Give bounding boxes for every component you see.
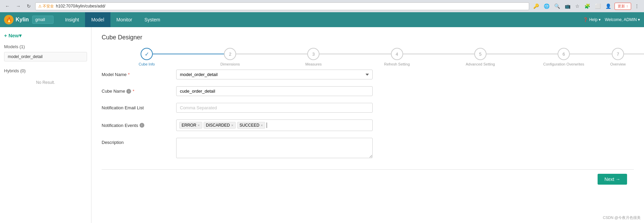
notification-email-control — [176, 103, 373, 113]
description-control — [176, 138, 373, 159]
step-6-line — [564, 54, 644, 54]
tag-error-remove[interactable]: × — [198, 123, 200, 127]
footer: Next → — [102, 169, 634, 189]
tag-discarded-label: DISCARDED — [206, 123, 230, 128]
form-section: Model Name * model_order_detail Cube Nam… — [102, 66, 634, 169]
sidebar: + New▾ Models (1) model_order_detail Hyb… — [0, 27, 91, 223]
step-2: 2 Dimensions — [188, 48, 272, 66]
nav-item-model[interactable]: Model — [85, 12, 110, 27]
url-text: h102:7070/kylin/cubes/add/ — [56, 4, 105, 8]
reload-button[interactable]: ↻ — [25, 3, 33, 10]
step-6: 6 Configuration Overwrites — [522, 48, 605, 66]
step-3-circle: 3 — [307, 48, 319, 60]
address-bar[interactable]: ⚠ 不安全 h102:7070/kylin/cubes/add/ — [35, 2, 529, 10]
puzzle-button[interactable]: 🧩 — [583, 3, 591, 10]
back-button[interactable]: ← — [3, 3, 12, 10]
tag-succeed-label: SUCCEED — [240, 123, 259, 128]
step-2-circle-wrap: 2 — [224, 48, 236, 60]
cube-name-control — [176, 86, 373, 96]
steps-container: ✓ Cube Info 2 Dimensions 3 Measures — [102, 48, 634, 66]
step-3-circle-wrap: 3 — [307, 48, 319, 60]
next-button[interactable]: Next → — [598, 174, 627, 185]
project-selector[interactable]: gmall — [32, 16, 54, 24]
nav-item-insight[interactable]: Insight — [59, 12, 85, 27]
model-name-required: * — [128, 72, 130, 77]
model-name-control: model_order_detail — [176, 70, 373, 79]
step-4-circle-wrap: 4 — [391, 48, 403, 60]
page-title: Cube Designer — [102, 34, 634, 41]
forward-button[interactable]: → — [14, 3, 22, 10]
main-content: Cube Designer ✓ Cube Info 2 Dimensions — [91, 27, 644, 223]
new-button[interactable]: + New▾ — [4, 33, 87, 39]
notification-events-row: Notification Events i ERROR × DISCARDED … — [102, 119, 634, 131]
step-1-circle-wrap: ✓ — [141, 48, 153, 60]
step-6-label: Configuration Overwrites — [543, 62, 584, 66]
tag-error-label: ERROR — [182, 123, 196, 128]
tag-cursor — [267, 123, 267, 128]
notification-events-label: Notification Events i — [102, 123, 169, 128]
model-name-select[interactable]: model_order_detail — [176, 70, 373, 79]
nav-item-system[interactable]: System — [138, 12, 166, 27]
nav-item-monitor[interactable]: Monitor — [110, 12, 139, 27]
notification-email-input[interactable] — [176, 103, 373, 113]
tag-succeed-remove[interactable]: × — [261, 123, 263, 127]
step-7-label: Overview — [610, 62, 626, 66]
step-5: 5 Advanced Setting — [439, 48, 522, 66]
welcome-text[interactable]: Welcome, ADMIN ▾ — [605, 17, 640, 22]
step-2-circle: 2 — [224, 48, 236, 60]
zoom-button[interactable]: 🔍 — [553, 3, 561, 10]
step-7-circle: 7 — [612, 48, 624, 60]
model-name-label: Model Name * — [102, 72, 169, 77]
description-row: Description — [102, 138, 634, 159]
notification-events-info-icon[interactable]: i — [140, 123, 144, 128]
description-textarea[interactable] — [176, 138, 373, 158]
step-7: 7 Overview — [605, 48, 630, 66]
logo-icon: 🔥 — [4, 15, 14, 24]
bookmark-button[interactable]: ☆ — [574, 3, 581, 10]
step-3-label: Measures — [305, 62, 321, 66]
step-3: 3 Measures — [272, 48, 355, 66]
notification-email-row: Notification Email List — [102, 103, 634, 113]
step-1-circle: ✓ — [141, 48, 153, 60]
models-section-title: Models (1) — [4, 44, 87, 49]
step-2-label: Dimensions — [221, 62, 240, 66]
step-7-circle-wrap: 7 — [612, 48, 624, 60]
cube-name-info-icon[interactable]: i — [126, 89, 131, 94]
tag-discarded: DISCARDED × — [204, 122, 236, 129]
step-6-circle: 6 — [558, 48, 570, 60]
step-5-label: Advanced Setting — [466, 62, 495, 66]
hybrids-section-title: Hybrids (0) — [4, 68, 87, 73]
notification-events-tag-input[interactable]: ERROR × DISCARDED × SUCCEED × — [176, 119, 373, 131]
app-nav: 🔥 Kylin gmall Insight Model Monitor Syst… — [0, 12, 644, 27]
step-1-checkmark: ✓ — [145, 51, 149, 57]
step-1-label: Cube Info — [139, 62, 155, 66]
translate-button[interactable]: 🌐 — [542, 3, 551, 10]
extensions-button[interactable]: 🔑 — [532, 3, 540, 10]
model-name-row: Model Name * model_order_detail — [102, 70, 634, 79]
model-item[interactable]: model_order_detail — [4, 52, 87, 61]
tag-discarded-remove[interactable]: × — [231, 123, 233, 127]
cast-button[interactable]: 📺 — [563, 3, 572, 10]
help-button[interactable]: ❓ Help ▾ — [583, 17, 601, 22]
step-5-circle-wrap: 5 — [474, 48, 486, 60]
watermark: CSDN @今夜月色很美 — [603, 215, 641, 220]
step-4-circle: 4 — [391, 48, 403, 60]
cube-name-input[interactable] — [176, 86, 373, 96]
step-4-label: Refresh Setting — [384, 62, 410, 66]
menu-button[interactable]: ⋮ — [633, 3, 641, 10]
nav-items: Insight Model Monitor System — [59, 12, 583, 27]
cube-name-label: Cube Name i * — [102, 89, 169, 94]
profile-button[interactable]: 👤 — [604, 3, 612, 10]
step-6-circle-wrap: 6 — [558, 48, 570, 60]
sidebar-toggle[interactable]: ⬜ — [594, 3, 602, 10]
app-logo: 🔥 Kylin — [4, 15, 29, 24]
nav-right: ❓ Help ▾ Welcome, ADMIN ▾ — [583, 17, 640, 22]
step-4: 4 Refresh Setting — [355, 48, 439, 66]
update-button[interactable]: 更新 ↑ — [615, 3, 631, 10]
tag-error: ERROR × — [179, 122, 202, 129]
description-label: Description — [102, 138, 169, 145]
main-layout: + New▾ Models (1) model_order_detail Hyb… — [0, 27, 644, 223]
browser-bar: ← → ↻ ⚠ 不安全 h102:7070/kylin/cubes/add/ 🔑… — [0, 0, 644, 12]
app-name: Kylin — [16, 17, 29, 23]
step-1: ✓ Cube Info — [105, 48, 188, 66]
